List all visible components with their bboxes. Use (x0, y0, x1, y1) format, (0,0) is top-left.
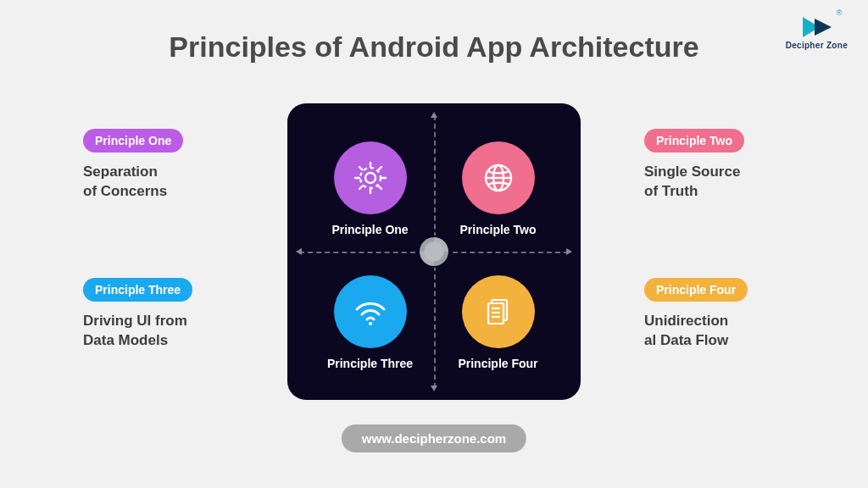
quadrant-four: Principle Four (434, 256, 562, 390)
callout-three: Principle Three Driving UI fromData Mode… (83, 278, 244, 351)
quadrant-one-label: Principle One (331, 223, 408, 236)
callout-four: Principle Four Unidirectional Data Flow (644, 278, 805, 351)
registered-mark: ® (837, 8, 843, 17)
callout-one: Principle One Separationof Concerns (83, 129, 244, 202)
quadrant-grid: Principle One Principle Two (306, 122, 562, 390)
globe-icon (462, 141, 535, 214)
svg-point-7 (369, 322, 372, 325)
quadrant-two-label: Principle Two (460, 223, 537, 236)
arrow-right-icon (566, 248, 572, 255)
quadrant-two: Principle Two (434, 122, 562, 256)
svg-point-3 (360, 168, 381, 188)
source-url: www.decipherzone.com (342, 424, 526, 452)
brand-logo: ® Decipher Zone (786, 15, 848, 50)
wifi-icon (334, 275, 407, 348)
quadrant-three-label: Principle Three (327, 357, 413, 370)
svg-point-2 (365, 173, 376, 183)
page-title: Principles of Android App Architecture (0, 30, 868, 64)
gear-icon (334, 141, 407, 214)
arrow-up-icon (431, 112, 437, 118)
quadrant-panel: Principle One Principle Two (287, 103, 581, 400)
callout-two-desc: Single Sourceof Truth (644, 163, 805, 202)
document-icon (462, 275, 535, 348)
callout-one-desc: Separationof Concerns (83, 163, 244, 202)
callout-four-pill: Principle Four (644, 278, 748, 302)
callout-three-pill: Principle Three (83, 278, 192, 302)
brand-name: Decipher Zone (786, 41, 848, 50)
brand-logo-mark: ® (799, 15, 833, 39)
quadrant-four-label: Principle Four (458, 357, 537, 370)
callout-two: Principle Two Single Sourceof Truth (644, 129, 805, 202)
quadrant-one: Principle One (306, 122, 434, 256)
callout-four-desc: Unidirectional Data Flow (644, 312, 805, 351)
quadrant-three: Principle Three (306, 256, 434, 390)
callout-two-pill: Principle Two (644, 129, 744, 152)
callout-one-pill: Principle One (83, 129, 183, 152)
arrow-left-icon (296, 248, 302, 255)
callout-three-desc: Driving UI fromData Models (83, 312, 244, 351)
svg-marker-1 (815, 19, 832, 36)
